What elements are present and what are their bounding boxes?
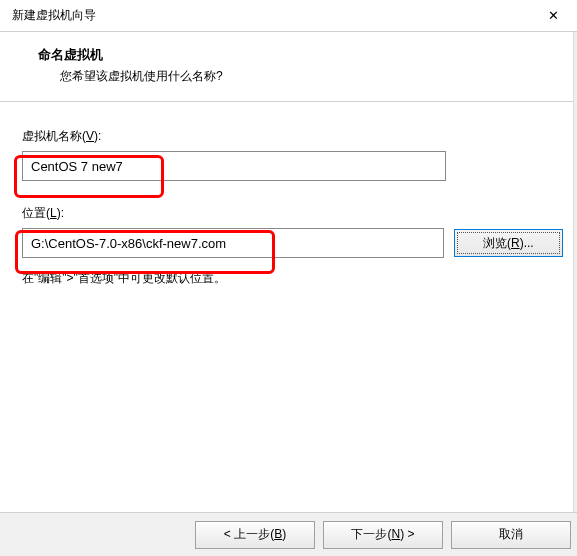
location-input[interactable] <box>22 228 444 258</box>
window-title: 新建虚拟机向导 <box>12 7 96 24</box>
location-hint: 在"编辑">"首选项"中可更改默认位置。 <box>22 270 563 287</box>
titlebar: 新建虚拟机向导 ✕ <box>0 0 577 32</box>
scrollbar-track <box>573 32 577 512</box>
back-button[interactable]: < 上一步(B) <box>195 521 315 549</box>
next-button[interactable]: 下一步(N) > <box>323 521 443 549</box>
wizard-footer: < 上一步(B) 下一步(N) > 取消 <box>0 512 577 556</box>
wizard-title: 命名虚拟机 <box>38 46 559 64</box>
vm-name-input[interactable] <box>22 151 446 181</box>
wizard-header: 命名虚拟机 您希望该虚拟机使用什么名称? <box>0 32 577 102</box>
cancel-button[interactable]: 取消 <box>451 521 571 549</box>
wizard-subtitle: 您希望该虚拟机使用什么名称? <box>38 68 559 85</box>
wizard-content: 虚拟机名称(V): 位置(L): 浏览(R)... 在"编辑">"首选项"中可更… <box>0 102 577 297</box>
vm-name-label: 虚拟机名称(V): <box>22 128 563 145</box>
close-button[interactable]: ✕ <box>537 4 569 28</box>
location-label: 位置(L): <box>22 205 563 222</box>
browse-button[interactable]: 浏览(R)... <box>454 229 563 257</box>
close-icon: ✕ <box>548 8 559 23</box>
